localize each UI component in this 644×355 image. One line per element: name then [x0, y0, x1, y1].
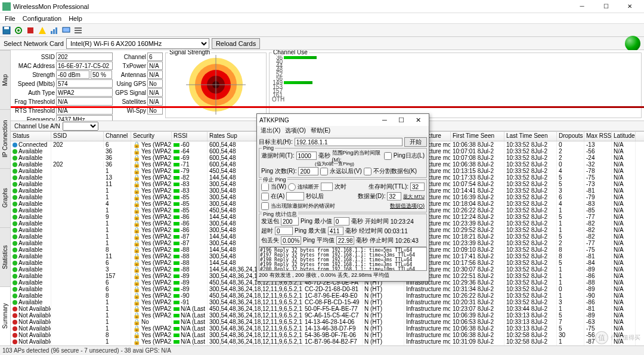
app-icon: [2, 2, 11, 11]
mac-field[interactable]: [56, 61, 113, 70]
svg-rect-1: [4, 27, 9, 29]
table-row[interactable]: Not Available1🔒Yes (WPA2)N/A (Last signa…: [11, 338, 644, 345]
ping-target-input[interactable]: [295, 138, 402, 146]
table-row[interactable]: Not Available1🔒Yes (WPA2)N/A (Last signa…: [11, 312, 644, 319]
menubar: File Configuration Help: [0, 13, 644, 24]
table-row[interactable]: Not Available1🔒NoN/A (Last signal -300,5…: [11, 319, 644, 325]
pinglog-check[interactable]: [384, 152, 392, 160]
signal-radar: [183, 58, 249, 112]
ssid-field[interactable]: [56, 53, 113, 61]
channel-use-box: Channel Use 364044485256149153157161OTH: [269, 53, 642, 118]
gps-field[interactable]: [147, 79, 163, 88]
bar-icon[interactable]: [49, 25, 60, 36]
top-panel: SSID MAC Address Strength Speed (Mbits) …: [11, 50, 644, 121]
watermark: 值什么值得买: [595, 331, 640, 344]
svg-rect-9: [63, 27, 70, 32]
menu-file[interactable]: File: [1, 14, 19, 23]
toolbar: [0, 24, 644, 37]
svg-rect-6: [51, 31, 52, 34]
table-row[interactable]: Not Available1🔒Yes (WPA2)N/A (Last signa…: [11, 325, 644, 332]
reload-button[interactable]: Reload Cards: [212, 38, 260, 49]
save-icon[interactable]: [1, 25, 12, 36]
table-row[interactable]: Not Available1🔒Yes (WPA2)N/A (Last signa…: [11, 305, 644, 312]
svg-rect-7: [53, 29, 55, 34]
antennas-field[interactable]: [147, 70, 163, 79]
ping-start-button[interactable]: 开始: [404, 137, 427, 147]
close-button[interactable]: ✕: [618, 1, 642, 13]
minimize-button[interactable]: ─: [570, 1, 594, 13]
dialog-titlebar[interactable]: ATKKPING ─ ☐ ✕: [257, 114, 429, 126]
netcard-select[interactable]: Intel(R) Wi-Fi 6 AX200 160MHz: [66, 38, 209, 49]
maximize-button[interactable]: ☐: [594, 1, 618, 13]
table-row[interactable]: Available1🔒Yes (WPA2)-91300,54,48,36,24,…: [11, 299, 644, 305]
target-icon[interactable]: [13, 25, 24, 36]
svg-rect-11: [75, 30, 82, 31]
menu-configuration[interactable]: Configuration: [19, 14, 65, 23]
speed-field[interactable]: [56, 79, 113, 88]
vtab-map[interactable]: Map: [0, 50, 10, 109]
vtab-stats[interactable]: Statistics: [0, 227, 10, 286]
svg-rect-8: [55, 27, 57, 34]
signal-strength-box: Signal Strength: [165, 53, 267, 118]
svg-point-3: [17, 29, 20, 32]
alert-icon[interactable]: [37, 25, 48, 36]
svg-rect-4: [27, 27, 33, 33]
list-icon[interactable]: [73, 25, 83, 36]
dialog-menu: 退出(X) 选项(O) 帮助(E): [257, 126, 429, 135]
gpssignal-field[interactable]: [147, 88, 163, 97]
menu-help[interactable]: Help: [65, 14, 86, 23]
auth-field[interactable]: [56, 88, 113, 97]
satellites-field[interactable]: [147, 97, 163, 106]
table-row[interactable]: Available8🔒Yes (WPA2)-90450,54,48,36,24,…: [11, 292, 644, 299]
stop-icon[interactable]: [25, 25, 36, 36]
table-row[interactable]: Available6🔒Yes (WPA2)-89300,54,48,36,24,…: [11, 286, 644, 292]
side-tabs: Map IP Connection Graphs Statistics Summ…: [0, 50, 11, 345]
channel-field[interactable]: [147, 53, 163, 61]
txpower-field[interactable]: [147, 61, 163, 70]
mid-fields: Channel TxPower Antennas Using GPS GPS S…: [115, 53, 163, 118]
globe-icon[interactable]: [625, 36, 640, 51]
divider-redbar: [11, 106, 644, 108]
dialog-maximize[interactable]: ☐: [393, 115, 410, 125]
table-row[interactable]: Not Available8🔒Yes (WPA2)N/A (Last signa…: [11, 332, 644, 338]
statusbar: 103 APs detected (96 secure - 7 unsecure…: [0, 345, 644, 355]
app-title: WirelessMon Professional: [13, 3, 570, 10]
svg-marker-5: [39, 27, 46, 34]
netcard-label: Select Network Card: [4, 40, 64, 47]
left-fields: SSID MAC Address Strength Speed (Mbits) …: [13, 53, 113, 118]
vtab-graphs[interactable]: Graphs: [0, 168, 10, 227]
svg-rect-10: [75, 27, 82, 29]
desk-icon[interactable]: [61, 25, 72, 36]
dialog-close[interactable]: ✕: [410, 115, 426, 125]
vtab-ip[interactable]: IP Connection: [0, 109, 10, 168]
vtab-summary[interactable]: Summary: [0, 286, 10, 345]
strength-field[interactable]: [56, 70, 89, 79]
frag-field[interactable]: [56, 97, 113, 106]
strength-pct-field[interactable]: [91, 70, 112, 79]
titlebar: WirelessMon Professional ─ ☐ ✕: [0, 0, 644, 13]
ping-dialog: ATKKPING ─ ☐ ✕ 退出(X) 选项(O) 帮助(E) 目标主机(H)…: [256, 113, 429, 282]
ping-log: #196 Reply 32 bytes from 192.168.1.1: ti…: [259, 247, 427, 271]
channel-use-select[interactable]: [63, 122, 98, 131]
dialog-minimize[interactable]: ─: [376, 115, 393, 125]
netcard-row: Select Network Card Intel(R) Wi-Fi 6 AX2…: [0, 37, 644, 50]
svg-rect-12: [75, 32, 82, 33]
